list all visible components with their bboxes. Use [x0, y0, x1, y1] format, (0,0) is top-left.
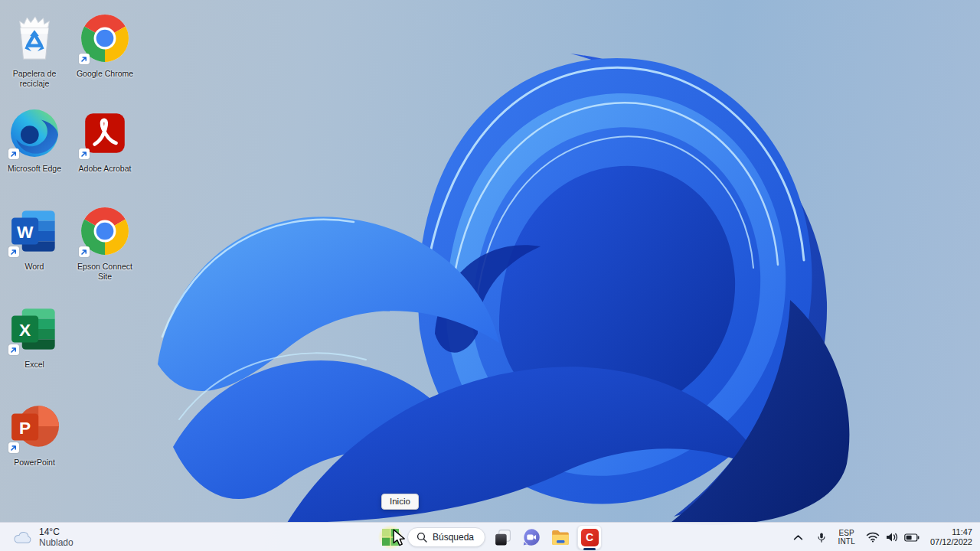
chat-icon: [521, 527, 541, 547]
recycle-bin-icon: [11, 12, 58, 64]
desktop-icon-powerpoint[interactable]: P PowerPoint: [0, 396, 69, 468]
bloom-wallpaper: [0, 0, 980, 551]
language-indicator[interactable]: ESP INTL: [838, 529, 854, 546]
clock[interactable]: 11:47 07/12/2022: [930, 527, 974, 547]
language-bottom: INTL: [838, 537, 854, 546]
desktop-icon-epson-connect-site[interactable]: Epson Connect Site: [70, 201, 139, 282]
desktop-icon-label: Epson Connect Site: [70, 262, 139, 282]
language-top: ESP: [838, 529, 854, 537]
desktop-icon-google-chrome[interactable]: Google Chrome: [70, 8, 139, 79]
battery-icon: [904, 533, 920, 542]
desktop-icon-word[interactable]: W Word: [0, 201, 69, 272]
task-view-button[interactable]: [490, 525, 514, 549]
search-box[interactable]: Búsqueda: [407, 527, 485, 547]
file-explorer-icon: [550, 527, 570, 547]
windows-desktop: Papelera de reciclaje Google Chrome: [0, 0, 980, 551]
camtasia-icon: C: [581, 529, 599, 546]
desktop-icon-label: Adobe Acrobat: [79, 164, 132, 174]
shortcut-arrow-icon: [8, 344, 19, 355]
chat-button[interactable]: [519, 525, 544, 549]
desktop-icon-adobe-acrobat[interactable]: Adobe Acrobat: [70, 103, 139, 174]
shortcut-arrow-icon: [8, 246, 19, 257]
taskbar-center: Búsqueda: [378, 523, 602, 551]
shortcut-arrow-icon: [79, 246, 90, 257]
cloud-icon: [12, 530, 33, 544]
desktop-icon-excel[interactable]: X Excel: [0, 298, 69, 370]
weather-condition: Nublado: [39, 537, 74, 548]
file-explorer-button[interactable]: [548, 525, 573, 549]
shortcut-arrow-icon: [79, 148, 90, 159]
system-tray: ESP INTL: [791, 523, 974, 551]
excel-letter: X: [19, 320, 31, 340]
microphone-indicator[interactable]: [814, 530, 829, 546]
powerpoint-letter: P: [19, 418, 31, 438]
volume-icon: [885, 532, 899, 543]
shortcut-arrow-icon: [8, 442, 19, 453]
search-icon: [416, 532, 427, 543]
desktop-icon-label: Microsoft Edge: [8, 164, 61, 174]
desktop-icon-label: PowerPoint: [14, 458, 55, 468]
weather-widget[interactable]: 14°C Nublado: [8, 523, 78, 551]
desktop-icon-label: Word: [25, 262, 44, 272]
weather-temperature: 14°C: [39, 527, 74, 537]
chevron-up-icon: [793, 534, 803, 541]
wifi-icon: [866, 532, 880, 543]
desktop-icon-label: Excel: [24, 360, 44, 370]
microphone-icon: [816, 531, 827, 544]
shortcut-arrow-icon: [8, 148, 19, 159]
desktop-icon-microsoft-edge[interactable]: Microsoft Edge: [0, 103, 69, 174]
shortcut-arrow-icon: [79, 54, 90, 64]
start-tooltip: Inicio: [381, 494, 419, 510]
search-label: Búsqueda: [433, 532, 474, 543]
word-letter: W: [17, 222, 34, 242]
desktop-icon-label: Papelera de reciclaje: [0, 69, 69, 89]
desktop-icon-label: Google Chrome: [77, 69, 133, 79]
clock-time: 11:47: [952, 527, 972, 537]
mouse-cursor: [392, 529, 406, 547]
network-volume-battery-button[interactable]: [864, 530, 922, 544]
start-tooltip-label: Inicio: [390, 497, 410, 506]
taskbar: 14°C Nublado Búsqueda: [0, 522, 980, 551]
running-app-indicator: [583, 548, 596, 550]
task-view-icon: [493, 528, 512, 547]
desktop-icon-recycle-bin[interactable]: Papelera de reciclaje: [0, 8, 69, 89]
tray-chevron-button[interactable]: [791, 533, 805, 543]
clock-date: 07/12/2022: [930, 537, 972, 547]
camtasia-button[interactable]: C: [577, 525, 602, 549]
